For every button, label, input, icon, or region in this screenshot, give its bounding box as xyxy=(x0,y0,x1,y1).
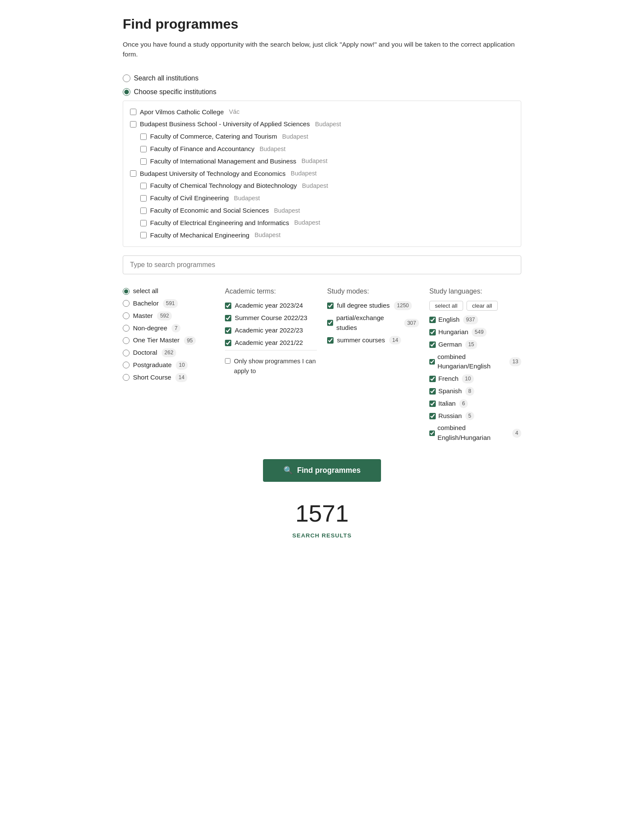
study-language-checkbox[interactable] xyxy=(429,376,436,382)
study-language-label: French xyxy=(438,374,458,384)
degree-type-label: Bachelor xyxy=(133,299,159,309)
degree-type-radio[interactable] xyxy=(123,362,130,368)
academic-term-item[interactable]: Academic year 2021/22 xyxy=(225,338,317,348)
institution-checkbox[interactable] xyxy=(140,183,147,189)
degree-type-item[interactable]: Master 592 xyxy=(123,311,215,321)
institution-item: Faculty of Mechanical Engineering Budape… xyxy=(130,229,514,242)
academic-term-checkbox[interactable] xyxy=(225,340,231,346)
institution-name: Budapest Business School - University of… xyxy=(140,119,310,129)
institution-location: Budapest xyxy=(282,132,308,142)
institution-checkbox[interactable] xyxy=(140,208,147,214)
academic-term-checkbox[interactable] xyxy=(225,303,231,309)
degree-type-count: 591 xyxy=(163,299,178,308)
select-all-degree-radio[interactable] xyxy=(123,288,130,295)
institution-name: Faculty of Finance and Accountancy xyxy=(150,144,254,154)
academic-term-checkbox[interactable] xyxy=(225,315,231,321)
clear-all-languages-button[interactable]: clear all xyxy=(467,301,498,311)
study-language-item[interactable]: French 10 xyxy=(429,374,521,384)
institution-checkbox[interactable] xyxy=(140,232,147,238)
degree-type-radio[interactable] xyxy=(123,300,130,307)
institution-item: Budapest University of Technology and Ec… xyxy=(130,168,514,180)
study-language-checkbox[interactable] xyxy=(429,401,436,407)
programme-search-input[interactable] xyxy=(123,255,521,274)
institution-checkbox[interactable] xyxy=(130,121,136,128)
degree-type-label: Non-degree xyxy=(133,323,167,333)
institution-checkbox[interactable] xyxy=(130,170,136,177)
degree-type-radio[interactable] xyxy=(123,337,130,344)
academic-term-item[interactable]: Summer Course 2022/23 xyxy=(225,313,317,323)
study-mode-checkbox[interactable] xyxy=(327,320,333,326)
degree-type-item[interactable]: Short Course 14 xyxy=(123,373,215,383)
institution-search: Search all institutions Choose specific … xyxy=(123,73,521,247)
choose-specific-radio[interactable] xyxy=(123,88,130,96)
study-language-item[interactable]: combined English/Hungarian 4 xyxy=(429,423,521,443)
study-language-count: 13 xyxy=(509,357,521,366)
institution-checkbox[interactable] xyxy=(140,195,147,202)
study-mode-item[interactable]: full degree studies 1250 xyxy=(327,301,419,311)
study-language-item[interactable]: Hungarian 549 xyxy=(429,327,521,337)
study-language-checkbox[interactable] xyxy=(429,430,435,436)
institution-checkbox[interactable] xyxy=(140,146,147,152)
choose-specific-row[interactable]: Choose specific institutions xyxy=(123,87,521,97)
degree-type-label: Postgraduate xyxy=(133,360,171,370)
institution-name: Faculty of Electrical Engineering and In… xyxy=(150,218,289,228)
page-title: Find programmes xyxy=(123,14,521,34)
degree-type-item[interactable]: Bachelor 591 xyxy=(123,299,215,309)
institution-location: Budapest xyxy=(315,120,341,129)
study-language-label: combined Hungarian/English xyxy=(437,352,506,372)
academic-term-item[interactable]: Academic year 2023/24 xyxy=(225,301,317,311)
language-select-buttons: select all clear all xyxy=(429,301,521,311)
find-button-label: Find programmes xyxy=(297,466,361,475)
study-language-checkbox[interactable] xyxy=(429,359,435,365)
degree-type-radio[interactable] xyxy=(123,350,130,356)
study-language-checkbox[interactable] xyxy=(429,317,436,323)
academic-term-label: Summer Course 2022/23 xyxy=(235,313,307,323)
degree-type-radio[interactable] xyxy=(123,325,130,332)
search-all-radio[interactable] xyxy=(123,74,130,82)
institution-location: Budapest xyxy=(302,181,328,191)
degree-type-item[interactable]: One Tier Master 95 xyxy=(123,335,215,345)
degree-type-radio[interactable] xyxy=(123,374,130,381)
institution-location: Budapest xyxy=(274,206,300,216)
degree-type-item[interactable]: Doctoral 262 xyxy=(123,348,215,358)
study-language-count: 15 xyxy=(465,340,477,349)
select-all-degree-row[interactable]: select all xyxy=(123,286,215,296)
search-all-row[interactable]: Search all institutions xyxy=(123,73,521,83)
academic-term-item[interactable]: Academic year 2022/23 xyxy=(225,326,317,335)
study-mode-item[interactable]: partial/exchange studies 307 xyxy=(327,313,419,333)
study-language-item[interactable]: combined Hungarian/English 13 xyxy=(429,352,521,372)
degree-type-label: Master xyxy=(133,311,153,321)
study-language-count: 937 xyxy=(463,315,478,324)
institution-checkbox[interactable] xyxy=(140,220,147,226)
institution-location: Budapest xyxy=(260,145,286,154)
study-language-checkbox[interactable] xyxy=(429,413,436,419)
study-mode-label: full degree studies xyxy=(337,301,390,311)
study-language-item[interactable]: German 15 xyxy=(429,340,521,350)
study-language-item[interactable]: Spanish 8 xyxy=(429,386,521,396)
study-mode-checkbox[interactable] xyxy=(327,303,334,309)
institution-checkbox[interactable] xyxy=(130,109,136,115)
study-language-item[interactable]: English 937 xyxy=(429,315,521,325)
academic-term-checkbox[interactable] xyxy=(225,327,231,334)
choose-specific-label[interactable]: Choose specific institutions xyxy=(134,87,216,97)
degree-type-item[interactable]: Non-degree 7 xyxy=(123,323,215,333)
study-mode-item[interactable]: summer courses 14 xyxy=(327,335,419,345)
study-language-checkbox[interactable] xyxy=(429,341,436,348)
find-programmes-button[interactable]: 🔍 Find programmes xyxy=(263,459,381,482)
study-language-checkbox[interactable] xyxy=(429,329,436,335)
institution-checkbox[interactable] xyxy=(140,134,147,140)
study-language-checkbox[interactable] xyxy=(429,388,436,395)
institution-item: Budapest Business School - University of… xyxy=(130,118,514,131)
select-all-languages-button[interactable]: select all xyxy=(429,301,463,311)
only-show-checkbox[interactable] xyxy=(225,358,230,364)
search-all-label[interactable]: Search all institutions xyxy=(134,73,198,83)
degree-type-count: 262 xyxy=(162,348,177,357)
degree-type-item[interactable]: Postgraduate 10 xyxy=(123,360,215,370)
degree-type-radio[interactable] xyxy=(123,312,130,319)
institution-name: Budapest University of Technology and Ec… xyxy=(140,169,286,179)
academic-terms-title: Academic terms: xyxy=(225,286,317,297)
study-mode-checkbox[interactable] xyxy=(327,337,334,344)
institution-checkbox[interactable] xyxy=(140,158,147,165)
study-language-item[interactable]: Russian 5 xyxy=(429,411,521,421)
study-language-item[interactable]: Italian 6 xyxy=(429,399,521,409)
